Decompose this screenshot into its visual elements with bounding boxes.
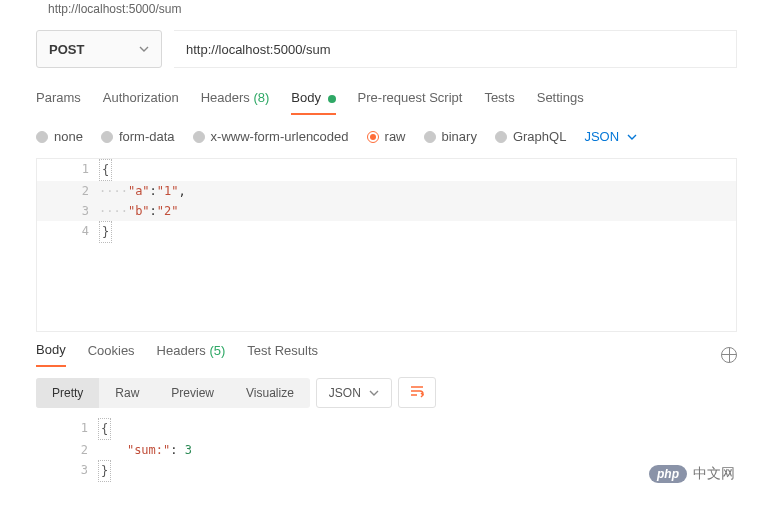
watermark: php 中文网 [649, 465, 735, 483]
http-method-select[interactable]: POST [36, 30, 162, 68]
radio-raw[interactable]: raw [367, 129, 406, 144]
response-view-row: Pretty Raw Preview Visualize JSON [36, 377, 737, 408]
radio-urlencoded[interactable]: x-www-form-urlencoded [193, 129, 349, 144]
body-format-label: JSON [584, 129, 619, 144]
request-tabs: Params Authorization Headers (8) Body Pr… [36, 90, 737, 115]
radio-icon [193, 131, 205, 143]
chevron-down-icon [627, 132, 637, 142]
tab-settings[interactable]: Settings [537, 90, 584, 115]
view-raw[interactable]: Raw [99, 378, 155, 408]
radio-icon [424, 131, 436, 143]
radio-none[interactable]: none [36, 129, 83, 144]
response-lang-label: JSON [329, 386, 361, 400]
line-number: 3 [37, 201, 99, 221]
radio-icon [101, 131, 113, 143]
header-url-fragment: http://localhost:5000/sum [0, 0, 757, 22]
radio-icon [495, 131, 507, 143]
body-modified-dot-icon [328, 95, 336, 103]
code-line: } [98, 460, 737, 482]
view-pretty[interactable]: Pretty [36, 378, 99, 408]
response-tab-body[interactable]: Body [36, 342, 66, 367]
view-preview[interactable]: Preview [155, 378, 230, 408]
line-number: 3 [36, 460, 98, 482]
request-url-input[interactable]: http://localhost:5000/sum [174, 30, 737, 68]
body-type-radio-group: none form-data x-www-form-urlencoded raw… [36, 129, 737, 144]
tab-params[interactable]: Params [36, 90, 81, 115]
chevron-down-icon [369, 388, 379, 398]
response-tabs: Body Cookies Headers (5) Test Results [36, 342, 737, 367]
tab-headers-label: Headers [201, 90, 250, 105]
code-line: { [99, 159, 736, 181]
radio-binary[interactable]: binary [424, 129, 477, 144]
watermark-text: 中文网 [693, 465, 735, 483]
code-line: { [98, 418, 737, 440]
tab-body-label: Body [291, 90, 321, 105]
php-badge-icon: php [649, 465, 687, 483]
request-body-editor[interactable]: 1{ 2····"a":"1", 3····"b":"2" 4} [36, 158, 737, 332]
wrap-icon [409, 384, 425, 398]
line-number: 1 [36, 418, 98, 440]
line-number: 1 [37, 159, 99, 181]
line-number: 2 [36, 440, 98, 460]
code-line: } [99, 221, 736, 243]
radio-checked-icon [367, 131, 379, 143]
response-headers-label: Headers [157, 343, 206, 358]
chevron-down-icon [139, 44, 149, 54]
tab-body[interactable]: Body [291, 90, 335, 115]
radio-icon [36, 131, 48, 143]
radio-graphql[interactable]: GraphQL [495, 129, 566, 144]
view-visualize[interactable]: Visualize [230, 378, 310, 408]
line-number: 4 [37, 221, 99, 243]
radio-form-data[interactable]: form-data [101, 129, 175, 144]
line-number: 2 [37, 181, 99, 201]
request-url-value: http://localhost:5000/sum [186, 42, 331, 57]
view-mode-group: Pretty Raw Preview Visualize [36, 378, 310, 408]
tab-headers[interactable]: Headers (8) [201, 90, 270, 115]
code-line: "sum:": 3 [98, 440, 737, 460]
code-line: ····"b":"2" [99, 201, 736, 221]
request-row: POST http://localhost:5000/sum [36, 30, 737, 68]
body-format-select[interactable]: JSON [584, 129, 637, 144]
tab-headers-count: (8) [253, 90, 269, 105]
globe-icon[interactable] [721, 347, 737, 363]
tab-tests[interactable]: Tests [484, 90, 514, 115]
response-body-editor[interactable]: 1{ 2 "sum:": 3 3} [36, 418, 737, 482]
code-line: ····"a":"1", [99, 181, 736, 201]
tab-prerequest[interactable]: Pre-request Script [358, 90, 463, 115]
response-tab-test-results[interactable]: Test Results [247, 343, 318, 366]
response-lang-select[interactable]: JSON [316, 378, 392, 408]
http-method-label: POST [49, 42, 84, 57]
wrap-lines-button[interactable] [398, 377, 436, 408]
response-tab-cookies[interactable]: Cookies [88, 343, 135, 366]
tab-authorization[interactable]: Authorization [103, 90, 179, 115]
response-tab-headers[interactable]: Headers (5) [157, 343, 226, 366]
response-headers-count: (5) [209, 343, 225, 358]
